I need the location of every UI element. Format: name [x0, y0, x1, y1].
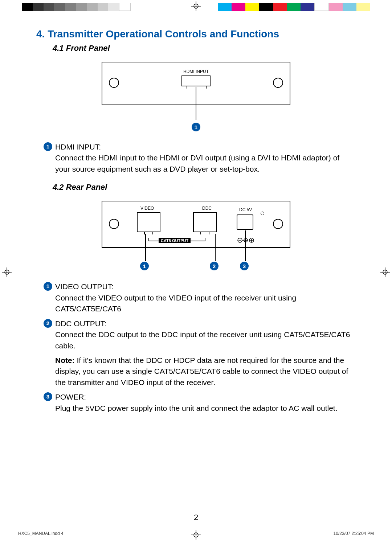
ddc-label: DDC — [202, 206, 212, 211]
front-panel-diagram: HDMI INPUT 1 — [36, 62, 356, 131]
registration-mark-icon — [2, 267, 12, 277]
list-item: 1 VIDEO OUTPUT: Connect the VIDEO output… — [44, 281, 356, 314]
item-body: Connect the VIDEO output to the VIDEO in… — [55, 294, 296, 313]
footer-filename: HXC5_MANUAL.indd 4 — [18, 531, 64, 536]
item-title: DDC OUTPUT: — [55, 319, 106, 328]
callout-1-icon: 1 — [192, 123, 200, 131]
registration-mark-icon — [191, 1, 201, 11]
front-items: 1 HDMI INPUT: Connect the HDMI input to … — [44, 142, 356, 175]
subsection-front: 4.1 Front Panel — [53, 44, 356, 53]
subsection-rear: 4.2 Rear Panel — [53, 183, 356, 192]
color-calibration-bar-right — [218, 3, 370, 11]
callout-3-icon: 3 — [240, 262, 249, 270]
item-number-icon: 3 — [44, 392, 52, 401]
item-number-icon: 2 — [44, 319, 52, 328]
item-title: VIDEO OUTPUT: — [55, 282, 114, 291]
callout-1-icon: 1 — [140, 262, 149, 270]
list-item-note: Note: If it's known that the DDC or HDCP… — [55, 355, 356, 388]
cat5-output-label: CAT5 OUTPUT — [159, 238, 191, 243]
dc5v-label: DC 5V — [239, 207, 252, 212]
callout-2-icon: 2 — [210, 262, 219, 270]
footer-timestamp: 10/23/07 2:25:04 PM — [334, 531, 374, 536]
rear-panel-diagram: VIDEO DDC DC 5V CAT5 OUTPUT — [36, 201, 356, 271]
hdmi-input-label: HDMI INPUT — [183, 69, 209, 74]
note-body: If it's known that the DDC or HDCP data … — [55, 356, 348, 386]
item-number-icon: 1 — [44, 142, 52, 151]
item-body: Plug the 5VDC power supply into the unit… — [55, 404, 337, 412]
item-title: POWER: — [55, 393, 86, 401]
dc-polarity-icon — [237, 237, 255, 245]
video-label: VIDEO — [140, 206, 154, 211]
registration-mark-icon — [380, 267, 390, 277]
item-title: HDMI INPUT: — [55, 143, 101, 151]
rear-items: 1 VIDEO OUTPUT: Connect the VIDEO output… — [44, 281, 356, 414]
item-body: Connect the DDC output to the DDC input … — [55, 330, 350, 349]
list-item: 1 HDMI INPUT: Connect the HDMI input to … — [44, 142, 356, 175]
item-number-icon: 1 — [44, 282, 52, 291]
section-title: 4. Transmitter Operational Controls and … — [36, 28, 356, 40]
list-item: 3 POWER: Plug the 5VDC power supply into… — [44, 392, 356, 414]
note-label: Note: — [55, 356, 75, 364]
list-item: 2 DDC OUTPUT: Connect the DDC output to … — [44, 318, 356, 351]
item-body: Connect the HDMI input to the HDMI or DV… — [55, 154, 339, 173]
color-calibration-bar-left — [22, 3, 131, 11]
page-number: 2 — [0, 513, 392, 522]
footer: HXC5_MANUAL.indd 4 10/23/07 2:25:04 PM — [18, 531, 374, 536]
